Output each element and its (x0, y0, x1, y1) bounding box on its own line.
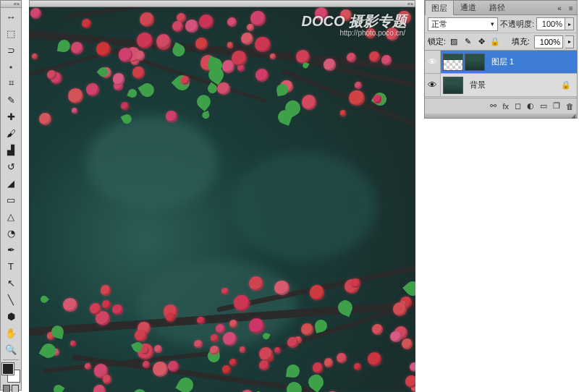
mask-icon[interactable]: ◻ (515, 101, 521, 111)
zoom-tool[interactable]: 🔍 (2, 341, 20, 357)
adjustment-icon[interactable]: ◐ (527, 101, 534, 111)
3d-tool[interactable]: ⬢ (2, 308, 20, 324)
opacity-flyout-icon[interactable]: ▸ (565, 17, 574, 30)
flora (86, 83, 99, 96)
flora (373, 95, 381, 103)
layer-thumbnail[interactable] (443, 54, 463, 71)
tab-layers[interactable]: 图层 (425, 0, 454, 15)
flora (141, 346, 149, 354)
close-icon[interactable]: × (410, 1, 413, 7)
flora (296, 50, 310, 64)
lock-icon: 🔒 (561, 80, 571, 90)
flora (181, 76, 190, 85)
dodge-tool[interactable]: ◔ (2, 225, 20, 241)
opacity-input[interactable]: 100% (536, 17, 565, 30)
flora (121, 102, 129, 110)
shape-tool[interactable]: ╲ (2, 291, 20, 307)
group-icon[interactable]: ▭ (540, 101, 547, 111)
flora (221, 288, 228, 294)
gradient-tool[interactable]: ▭ (2, 192, 20, 208)
collapse-icon[interactable]: « (554, 2, 565, 14)
flora (274, 281, 289, 295)
flora (369, 51, 380, 62)
visibility-toggle-icon[interactable]: 👁 (425, 74, 441, 96)
crop-tool[interactable]: ⌗ (2, 75, 20, 91)
lock-transparency-icon[interactable]: ▨ (448, 36, 460, 48)
trash-icon[interactable]: 🗑 (566, 102, 574, 111)
foreground-color-swatch[interactable] (2, 363, 14, 375)
layer-item[interactable]: 👁背景🔒 (425, 74, 577, 97)
fill-input[interactable]: 100% (534, 35, 563, 48)
document-header: « × (29, 0, 415, 7)
flora (405, 375, 415, 388)
layers-panel-footer: ⚯fx◻◐▭❐🗑 (425, 98, 577, 114)
healing-tool[interactable]: ✚ (2, 108, 20, 124)
flora (255, 37, 270, 52)
visibility-toggle-icon[interactable]: 👁 (425, 51, 441, 73)
flora (249, 276, 263, 291)
canvas[interactable]: DOCO 摄影专题 http://photo.poco.cn/ (29, 7, 415, 392)
quickmask-toggle[interactable] (1, 385, 21, 392)
flora (351, 278, 360, 288)
flora (310, 285, 325, 300)
lock-all-icon[interactable]: 🔒 (489, 36, 501, 48)
stamp-tool[interactable]: ▟ (2, 142, 20, 158)
flora (154, 345, 162, 353)
bokeh (87, 116, 217, 210)
wand-tool[interactable]: ⋆ (2, 59, 20, 74)
hand-tool[interactable]: ✋ (2, 325, 20, 341)
flora (349, 90, 365, 106)
fill-flyout-icon[interactable]: ▸ (565, 35, 574, 48)
fx-icon[interactable]: fx (502, 102, 509, 111)
quickmask-mode-icon (12, 385, 19, 392)
lasso-tool[interactable]: ⊃ (2, 42, 20, 58)
mask-thumbnail[interactable] (465, 54, 485, 71)
tab-channels[interactable]: 通道 (454, 0, 483, 14)
flora (302, 95, 317, 110)
eraser-tool[interactable]: ◢ (2, 175, 20, 191)
type-tool[interactable]: T (2, 258, 20, 274)
flora (119, 48, 132, 61)
flora (354, 363, 361, 370)
panel-menu-icon[interactable]: ≡ (565, 2, 577, 14)
link-icon[interactable]: ⚯ (490, 101, 496, 111)
blend-mode-select[interactable]: 正常 (428, 17, 498, 31)
layer-thumbnail[interactable] (443, 77, 463, 94)
flora (324, 59, 336, 71)
move-tool[interactable]: ↔ (2, 9, 20, 25)
layer-item[interactable]: 👁图层 1 (425, 51, 577, 74)
color-swatches[interactable] (2, 363, 20, 382)
flora (402, 338, 413, 349)
lock-pixels-icon[interactable]: ✎ (462, 36, 473, 48)
bokeh (232, 152, 376, 260)
pen-tool[interactable]: ✒ (2, 242, 20, 257)
layer-name[interactable]: 图层 1 (487, 56, 514, 67)
layers-panel: 图层 通道 路径 « ≡ 正常 不透明度: 100% ▸ 锁定: ▨ ✎ ✥ 🔒… (424, 0, 578, 119)
bokeh (138, 260, 297, 347)
tab-paths[interactable]: 路径 (483, 0, 512, 14)
panel-resize-grip[interactable]: ◢ (425, 114, 577, 118)
blur-tool[interactable]: △ (2, 208, 20, 224)
brush-tool[interactable]: 🖌 (2, 125, 20, 141)
opacity-label: 不透明度: (500, 19, 534, 30)
flora (82, 19, 91, 28)
close-icon[interactable]: × (17, 1, 20, 7)
flora (324, 358, 333, 367)
lock-position-icon[interactable]: ✥ (476, 36, 487, 48)
lock-fill-row: 锁定: ▨ ✎ ✥ 🔒 填充: 100% ▸ (425, 33, 577, 51)
flora (390, 331, 402, 343)
history-brush-tool[interactable]: ↺ (2, 158, 20, 174)
flora (101, 285, 111, 295)
flora (381, 55, 392, 65)
flora (287, 337, 298, 348)
new-layer-icon[interactable]: ❐ (553, 101, 560, 111)
marquee-tool[interactable]: ⬚ (2, 25, 20, 41)
path-select-tool[interactable]: ↖ (2, 275, 20, 291)
flora (113, 73, 124, 85)
flora (85, 363, 91, 370)
flora (153, 362, 168, 377)
flora (195, 38, 208, 50)
lock-label: 锁定: (428, 36, 446, 47)
layer-name[interactable]: 背景 (465, 80, 486, 90)
eyedropper-tool[interactable]: ✎ (2, 92, 20, 108)
